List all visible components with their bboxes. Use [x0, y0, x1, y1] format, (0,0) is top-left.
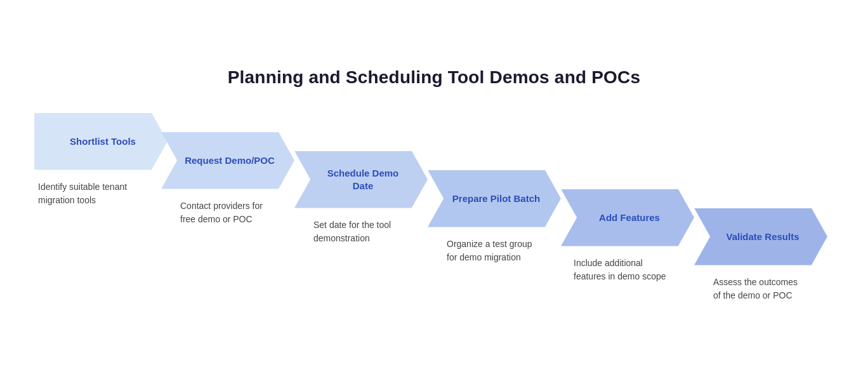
arrow-shape-validate-results: Validate Results [694, 208, 827, 265]
step-wrapper-request-demo: Request Demo/POCContact providers for fr… [168, 113, 301, 226]
step-description-schedule-demo: Set date for the tool demonstration [301, 218, 402, 245]
step-wrapper-schedule-demo: Schedule Demo DateSet date for the tool … [301, 113, 434, 245]
step-description-request-demo: Contact providers for free demo or POC [168, 199, 269, 226]
step-wrapper-validate-results: Validate ResultsAssess the outcomes of t… [700, 113, 834, 302]
step-description-prepare-pilot: Organize a test group for demo migration [434, 238, 536, 264]
step-description-validate-results: Assess the outcomes of the demo or POC [700, 276, 802, 302]
page-title: Planning and Scheduling Tool Demos and P… [228, 67, 641, 88]
step-wrapper-prepare-pilot: Prepare Pilot BatchOrganize a test group… [434, 113, 567, 264]
step-description-shortlist-tools: Identify suitable tenant migration tools [34, 180, 136, 207]
arrow-shape-schedule-demo: Schedule Demo Date [294, 151, 428, 208]
step-label-request-demo: Request Demo/POC [172, 149, 281, 172]
arrow-shape-add-features: Add Features [561, 189, 694, 246]
step-label-prepare-pilot: Prepare Pilot Batch [440, 187, 546, 210]
step-description-add-features: Include additional features in demo scop… [567, 257, 669, 283]
step-label-add-features: Add Features [586, 206, 666, 229]
step-wrapper-shortlist-tools: Shortlist ToolsIdentify suitable tenant … [34, 113, 168, 207]
step-label-shortlist-tools: Shortlist Tools [57, 130, 142, 153]
step-label-schedule-demo: Schedule Demo Date [303, 162, 416, 197]
step-label-validate-results: Validate Results [713, 225, 805, 248]
arrow-shape-prepare-pilot: Prepare Pilot Batch [428, 170, 561, 227]
arrow-shape-request-demo: Request Demo/POC [161, 132, 294, 189]
flow-container: Shortlist ToolsIdentify suitable tenant … [22, 113, 846, 302]
step-wrapper-add-features: Add FeaturesInclude additional features … [567, 113, 700, 283]
arrow-shape-shortlist-tools: Shortlist Tools [34, 113, 168, 170]
